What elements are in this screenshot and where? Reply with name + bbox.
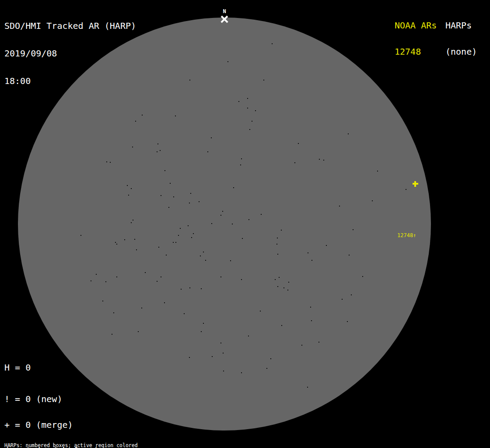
harp-count: H = 0: [4, 363, 31, 372]
speckle-dot: [212, 356, 213, 357]
speckle-dot: [275, 279, 276, 280]
speckle-dot: [272, 43, 273, 44]
speckle-dot: [362, 276, 363, 277]
speckle-dot: [205, 260, 206, 261]
speckle-dot: [180, 228, 181, 229]
legend-item-merge: + = 0 (merge): [4, 421, 105, 430]
speckle-dot: [203, 323, 204, 324]
speckle-dot: [164, 170, 165, 171]
cross-vertical-stroke: [414, 181, 416, 187]
speckle-dot: [348, 133, 349, 134]
speckle-dot: [220, 215, 221, 216]
page-title: SDO/HMI Tracked AR (HARP): [4, 21, 136, 31]
speckle-dot: [188, 225, 189, 226]
speckle-dot: [233, 187, 234, 188]
speckle-dot: [184, 313, 185, 314]
speckle-dot: [173, 196, 174, 197]
harps-heading: HARPs: [445, 21, 477, 30]
speckle-dot: [133, 220, 133, 220]
speckle-dot: [132, 147, 133, 147]
speckle-dot: [106, 161, 107, 162]
speckle-dot: [260, 311, 261, 312]
speckle-dot: [242, 238, 243, 239]
noaa-ars-number: 12748: [395, 47, 437, 56]
speckle-dot: [200, 256, 201, 256]
speckle-dot: [277, 238, 278, 238]
speckle-dot: [276, 244, 277, 245]
speckle-dot: [326, 245, 327, 246]
speckle-dot: [136, 249, 137, 250]
speckle-dot: [241, 158, 242, 159]
speckle-dot: [166, 255, 167, 256]
speckle-dot: [138, 331, 139, 332]
speckle-dot: [207, 151, 208, 152]
speckle-dot: [240, 164, 241, 165]
speckle-dot: [349, 255, 350, 256]
speckle-dot: [96, 274, 97, 275]
speckle-dot: [287, 290, 288, 290]
speckle-dot: [158, 144, 158, 144]
speckle-dot: [261, 214, 262, 215]
harps-column: HARPs (none): [445, 4, 477, 74]
speckle-dot: [80, 235, 81, 236]
speckle-dot: [91, 280, 91, 281]
north-pole-x-marker: [220, 15, 228, 23]
speckle-dot: [222, 211, 223, 212]
speckle-dot: [277, 254, 278, 255]
speckle-dot: [247, 108, 248, 108]
speckle-dot: [241, 372, 242, 373]
speckle-dot: [157, 151, 158, 152]
speckle-dot: [161, 195, 161, 196]
speckle-dot: [191, 237, 192, 238]
speckle-dot: [173, 242, 174, 243]
speckle-dot: [141, 308, 142, 308]
noaa-ar-cross-marker: [413, 181, 418, 187]
speckle-dot: [189, 357, 190, 358]
footer-harps-note: HARPs: numbered boxes; active region col…: [4, 443, 180, 448]
footer-notes: HARPs: numbered boxes; active region col…: [4, 433, 180, 448]
speckle-dot: [377, 171, 378, 172]
speckle-dot: [308, 252, 308, 253]
speckle-dot: [294, 162, 295, 163]
speckle-dot: [131, 188, 132, 189]
speckle-dot: [113, 312, 114, 313]
speckle-dot: [323, 160, 324, 161]
speckle-dot: [270, 358, 271, 359]
speckle-dot: [116, 244, 117, 245]
speckle-dot: [318, 342, 319, 343]
speckle-dot: [175, 116, 176, 116]
speckle-dot: [342, 299, 343, 300]
speckle-dot: [199, 201, 200, 202]
speckle-dot: [158, 247, 159, 248]
speckle-dot: [142, 115, 143, 116]
speckle-dot: [189, 80, 190, 80]
speckle-dot: [249, 129, 250, 130]
speckle-dot: [252, 121, 252, 122]
speckle-dot: [238, 101, 239, 102]
speckle-dot: [230, 260, 231, 261]
speckle-dot: [310, 307, 311, 308]
noaa-ar-number-label: 12748↑: [397, 233, 416, 238]
speckle-dot: [312, 260, 312, 261]
speckle-dot: [372, 200, 373, 201]
speckle-dot: [248, 336, 249, 336]
speckle-dot: [220, 343, 221, 343]
speckle-dot: [201, 288, 202, 289]
speckle-dot: [266, 368, 267, 369]
observation-date: 2019/09/08: [4, 49, 136, 58]
speckle-dot: [281, 230, 282, 231]
speckle-dot: [351, 294, 352, 295]
speckle-dot: [124, 239, 125, 240]
legend-item-new: ! = 0 (new): [4, 395, 105, 404]
speckle-dot: [112, 334, 112, 335]
speckle-dot: [247, 98, 248, 99]
speckle-dot: [281, 325, 282, 326]
speckle-dot: [181, 289, 182, 290]
speckle-dot: [157, 281, 158, 282]
speckle-dot: [127, 185, 128, 186]
speckle-dot: [189, 203, 190, 203]
title-block: SDO/HMI Tracked AR (HARP) 2019/09/08 18:…: [4, 3, 136, 104]
speckle-dot: [102, 301, 103, 301]
speckle-dot: [353, 229, 354, 230]
speckle-dot: [189, 287, 190, 288]
